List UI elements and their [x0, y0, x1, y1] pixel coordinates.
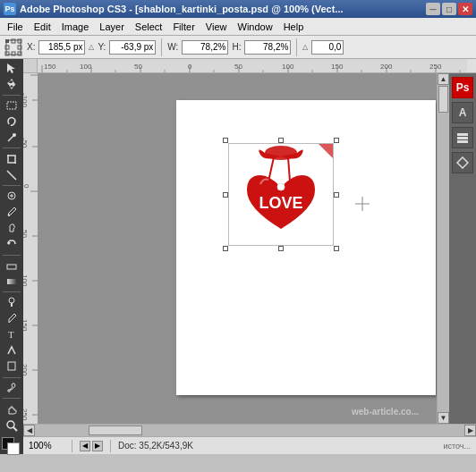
svg-text:100: 100 — [282, 63, 294, 71]
svg-text:250: 250 — [429, 63, 442, 71]
tool-separator-7 — [3, 398, 21, 399]
handle-tm[interactable] — [278, 138, 284, 143]
tool-hand[interactable] — [2, 401, 21, 417]
scroll-down-button[interactable]: ▼ — [438, 412, 449, 424]
menu-view[interactable]: View — [200, 20, 233, 34]
menu-help[interactable]: Help — [278, 20, 310, 34]
status-bar: 100% ◀ ▶ Doc: 35,2K/543,9K источ... — [23, 436, 476, 454]
tool-separator-6 — [3, 377, 21, 378]
menu-edit[interactable]: Edit — [29, 20, 56, 34]
menu-layer[interactable]: Layer — [94, 20, 130, 34]
angle-input[interactable] — [311, 40, 344, 55]
svg-point-14 — [8, 215, 10, 216]
tool-slice[interactable] — [2, 167, 21, 182]
tool-brush[interactable] — [2, 205, 21, 220]
handle-ml[interactable] — [223, 192, 228, 198]
tool-history-brush[interactable] — [2, 237, 21, 252]
handle-mr[interactable] — [334, 192, 339, 198]
nav-prev[interactable]: ◀ — [80, 441, 90, 451]
tool-magic-wand[interactable] — [2, 131, 21, 146]
svg-rect-9 — [7, 102, 16, 109]
svg-line-22 — [13, 427, 17, 431]
ruler-v-svg: -100 -50 0 50 100 150 200 250 30 — [23, 73, 38, 424]
tool-heal[interactable] — [2, 189, 21, 204]
svg-text:100: 100 — [80, 63, 92, 71]
nav-next[interactable]: ▶ — [92, 441, 103, 451]
svg-text:50: 50 — [23, 230, 29, 238]
h-input[interactable] — [244, 40, 291, 55]
transform-box — [225, 139, 337, 249]
x-input[interactable] — [38, 40, 85, 55]
tool-arrow[interactable] — [2, 61, 21, 76]
w-input[interactable] — [182, 40, 228, 55]
handle-br[interactable] — [334, 246, 339, 251]
tool-zoom[interactable] — [2, 417, 21, 433]
menu-select[interactable]: Select — [130, 20, 168, 34]
svg-text:100: 100 — [23, 274, 29, 287]
scroll-thumb-v[interactable] — [438, 86, 448, 113]
tool-path[interactable] — [2, 343, 21, 358]
tool-separator-3 — [3, 185, 21, 186]
scroll-left-button[interactable]: ◀ — [23, 425, 35, 436]
tool-type[interactable]: T — [2, 327, 21, 342]
menu-file[interactable]: File — [2, 20, 29, 34]
tool-pen[interactable] — [2, 311, 21, 326]
canvas-with-ruler: -100 -50 0 50 100 150 200 250 30 — [23, 73, 476, 424]
scroll-thumb-h[interactable] — [89, 426, 142, 435]
panel-button-layers[interactable] — [452, 127, 473, 148]
main-area: T — [0, 59, 476, 454]
canvas-area[interactable]: LOVE — [38, 73, 437, 424]
ps-panel-button[interactable]: Ps — [452, 77, 473, 98]
toolbar-left: T — [0, 59, 23, 454]
handle-bm[interactable] — [278, 246, 284, 251]
svg-rect-15 — [7, 265, 16, 269]
tool-eyedropper[interactable] — [2, 380, 21, 395]
menu-image[interactable]: Image — [56, 20, 95, 34]
source-label: источ... — [443, 442, 471, 451]
ruler-container: 150 100 50 0 50 100 150 200 250 — [23, 59, 476, 454]
crosshair-cursor — [355, 197, 370, 211]
svg-text:150: 150 — [23, 319, 29, 332]
handle-bl[interactable] — [223, 246, 228, 251]
angle-icon: △ — [302, 43, 308, 51]
scroll-right-button[interactable]: ▶ — [464, 425, 476, 436]
tool-move[interactable] — [2, 77, 21, 92]
svg-rect-16 — [7, 279, 16, 284]
svg-text:250: 250 — [23, 409, 29, 421]
background-color[interactable] — [7, 442, 20, 455]
handle-tl[interactable] — [223, 138, 228, 143]
tool-separator-4 — [3, 255, 21, 256]
maximize-button[interactable]: □ — [442, 3, 456, 15]
svg-point-11 — [13, 133, 16, 137]
close-button[interactable]: ✕ — [458, 3, 472, 15]
scroll-track-v — [438, 85, 449, 412]
tool-notes[interactable] — [2, 359, 21, 375]
scroll-up-button[interactable]: ▲ — [438, 73, 449, 85]
tool-crop[interactable] — [2, 151, 21, 166]
tool-lasso[interactable] — [2, 114, 21, 130]
tool-stamp[interactable] — [2, 221, 21, 236]
nav-controls: ◀ ▶ — [80, 441, 103, 451]
svg-text:200: 200 — [23, 364, 29, 376]
title-text: Adobe Photoshop CS3 - [shablon_kartinki_… — [20, 4, 344, 14]
panel-button-a[interactable]: A — [452, 102, 473, 123]
menu-filter[interactable]: Filter — [167, 20, 200, 34]
minimize-button[interactable]: ─ — [426, 3, 440, 15]
tool-dodge[interactable] — [2, 295, 21, 310]
color-boxes[interactable] — [2, 437, 21, 452]
window-controls: ─ □ ✕ — [426, 3, 472, 15]
y-input[interactable] — [109, 40, 156, 55]
handle-tr[interactable] — [334, 138, 339, 143]
svg-text:50: 50 — [234, 63, 242, 71]
svg-rect-80 — [457, 137, 468, 139]
tool-separator-2 — [3, 148, 21, 148]
tool-gradient[interactable] — [2, 274, 21, 289]
app-icon: Ps — [4, 3, 16, 15]
menu-bar: File Edit Image Layer Select Filter View… — [0, 18, 476, 36]
menu-window[interactable]: Window — [233, 20, 278, 34]
tool-marquee[interactable] — [2, 98, 21, 114]
tool-eraser[interactable] — [2, 257, 21, 273]
panel-button-diamond[interactable] — [452, 152, 473, 173]
ruler-corner — [23, 59, 38, 73]
svg-marker-82 — [457, 157, 468, 168]
